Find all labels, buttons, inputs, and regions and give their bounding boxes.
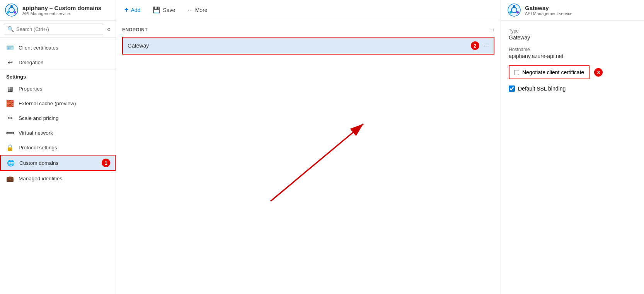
svg-point-9 bbox=[509, 11, 512, 14]
sidebar-item-label: Scale and pricing bbox=[19, 115, 59, 121]
sidebar-item-label: Managed identities bbox=[19, 176, 62, 181]
client-certificates-icon: 🪪 bbox=[6, 44, 14, 51]
right-panel-body: Type Gateway Hostname apiphany.azure-api… bbox=[501, 21, 644, 99]
badge-1: 1 bbox=[102, 159, 110, 167]
delegation-icon: ↩ bbox=[6, 58, 14, 66]
negotiate-label: Negotiate client certificate bbox=[522, 69, 584, 75]
more-icon: ··· bbox=[187, 7, 193, 14]
sidebar-search-row: 🔍 « bbox=[0, 21, 116, 38]
right-panel-header: Gateway API Management service bbox=[501, 0, 644, 21]
scale-pricing-icon: ✏ bbox=[6, 114, 14, 122]
sidebar-item-label: Protocol settings bbox=[19, 145, 57, 150]
svg-point-4 bbox=[7, 11, 9, 14]
custom-domains-icon: 🌐 bbox=[7, 159, 15, 167]
svg-point-2 bbox=[10, 5, 13, 7]
search-icon: 🔍 bbox=[7, 26, 14, 32]
svg-point-8 bbox=[516, 11, 519, 14]
type-value: Gateway bbox=[509, 34, 636, 41]
negotiate-box: Negotiate client certificate 3 bbox=[509, 65, 589, 79]
managed-identities-icon: 💼 bbox=[6, 174, 14, 182]
save-icon: 💾 bbox=[153, 6, 160, 14]
main-toolbar: + Add 💾 Save ··· More bbox=[116, 0, 501, 20]
external-cache-icon: 🧱 bbox=[6, 99, 14, 107]
svg-point-7 bbox=[513, 5, 515, 7]
sidebar-nav: 🪪 Client certificates ↩ Delegation Setti… bbox=[0, 38, 116, 188]
right-panel-title: Gateway bbox=[525, 5, 572, 11]
sidebar-item-custom-domains[interactable]: 🌐 Custom domains 1 bbox=[0, 155, 116, 171]
table-row[interactable]: Gateway 2 ··· bbox=[122, 37, 494, 55]
table-header: ENDPOINT ↑↓ bbox=[122, 25, 494, 35]
add-icon: + bbox=[124, 6, 129, 14]
sidebar-item-protocol-settings[interactable]: 🔒 Protocol settings bbox=[0, 140, 116, 155]
negotiate-checkbox[interactable] bbox=[514, 70, 519, 75]
badge-3: 3 bbox=[594, 68, 603, 77]
ssl-checkbox[interactable] bbox=[509, 85, 515, 92]
search-input[interactable] bbox=[16, 26, 100, 32]
sidebar-search-box[interactable]: 🔍 bbox=[4, 24, 103, 34]
row-endpoint-value: Gateway bbox=[128, 43, 471, 49]
sidebar-subtitle: API Management service bbox=[22, 11, 101, 16]
svg-point-3 bbox=[14, 11, 16, 14]
sidebar-title: apiphany – Custom domains bbox=[22, 5, 101, 11]
main-content: + Add 💾 Save ··· More ENDPOINT ↑↓ Gatewa… bbox=[116, 0, 501, 294]
ssl-binding-row: Default SSL binding bbox=[509, 85, 636, 92]
collapse-button[interactable]: « bbox=[106, 24, 112, 34]
ssl-label: Default SSL binding bbox=[518, 85, 566, 92]
sidebar-item-label: Properties bbox=[19, 86, 43, 92]
apim-logo-right-icon bbox=[507, 3, 521, 17]
sidebar-item-label: Custom domains bbox=[19, 160, 58, 166]
sidebar-item-label: Virtual network bbox=[19, 130, 53, 136]
sidebar-item-properties[interactable]: ▦ Properties bbox=[0, 81, 116, 96]
type-field: Type Gateway bbox=[509, 28, 636, 41]
type-label: Type bbox=[509, 28, 636, 34]
sidebar-item-scale-pricing[interactable]: ✏ Scale and pricing bbox=[0, 111, 116, 125]
row-more-icon[interactable]: ··· bbox=[483, 42, 489, 50]
sidebar-item-label: Delegation bbox=[19, 60, 44, 65]
hostname-label: Hostname bbox=[509, 47, 636, 52]
sidebar-item-label: External cache (preview) bbox=[19, 101, 76, 106]
more-label: More bbox=[195, 7, 208, 13]
sidebar-header: apiphany – Custom domains API Management… bbox=[0, 0, 116, 21]
right-panel-title-block: Gateway API Management service bbox=[525, 5, 572, 16]
protocol-settings-icon: 🔒 bbox=[6, 144, 14, 151]
hostname-field: Hostname apiphany.azure-api.net bbox=[509, 47, 636, 59]
add-button[interactable]: + Add bbox=[122, 4, 143, 16]
sidebar-item-delegation[interactable]: ↩ Delegation bbox=[0, 55, 116, 70]
apim-logo-icon bbox=[5, 3, 19, 17]
endpoint-column-header: ENDPOINT bbox=[122, 27, 490, 32]
settings-section-label: Settings bbox=[0, 70, 116, 81]
sidebar-item-external-cache[interactable]: 🧱 External cache (preview) bbox=[0, 96, 116, 111]
sidebar-item-virtual-network[interactable]: ⟺ Virtual network bbox=[0, 125, 116, 140]
table-container: ENDPOINT ↑↓ Gateway 2 ··· bbox=[116, 20, 501, 294]
badge-2: 2 bbox=[471, 41, 479, 50]
save-button[interactable]: 💾 Save bbox=[150, 4, 177, 15]
virtual-network-icon: ⟺ bbox=[6, 129, 14, 137]
sidebar: apiphany – Custom domains API Management… bbox=[0, 0, 116, 294]
sidebar-item-managed-identities[interactable]: 💼 Managed identities bbox=[0, 171, 116, 186]
sidebar-item-label: Client certificates bbox=[19, 45, 58, 51]
add-label: Add bbox=[131, 7, 141, 13]
negotiate-container: Negotiate client certificate 3 bbox=[509, 65, 636, 79]
right-panel-subtitle: API Management service bbox=[525, 11, 572, 16]
sidebar-title-block: apiphany – Custom domains API Management… bbox=[22, 5, 101, 16]
sort-icon: ↑↓ bbox=[490, 27, 494, 32]
sidebar-item-client-certificates[interactable]: 🪪 Client certificates bbox=[0, 40, 116, 55]
panels-container: + Add 💾 Save ··· More ENDPOINT ↑↓ Gatewa… bbox=[116, 0, 644, 294]
right-panel: Gateway API Management service Type Gate… bbox=[501, 0, 644, 294]
more-button[interactable]: ··· More bbox=[185, 5, 210, 15]
hostname-value: apiphany.azure-api.net bbox=[509, 53, 636, 59]
save-label: Save bbox=[163, 7, 175, 13]
properties-icon: ▦ bbox=[6, 85, 14, 92]
